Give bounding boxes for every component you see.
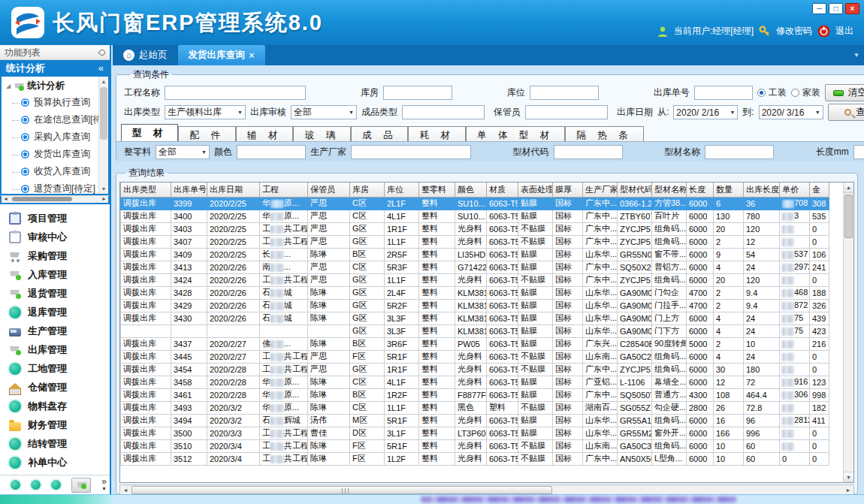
tree-item[interactable]: 预算执行查询 bbox=[2, 94, 108, 111]
logout-link[interactable]: 退出 bbox=[835, 25, 853, 38]
material-tab[interactable]: 单 体 型 材 bbox=[466, 126, 565, 141]
grid-vertical-scrollbar[interactable]: ▲ ▼ bbox=[843, 183, 853, 482]
date-from-picker[interactable]: 2020/ 2/16▼ bbox=[673, 105, 738, 119]
collapse-icon[interactable]: « bbox=[98, 60, 104, 77]
table-row[interactable]: 调拨出库35102020/3/4工共工程陈琳F区5R1F整料光身料6063-T5… bbox=[121, 439, 829, 452]
material-tab[interactable]: 玻 璃 bbox=[293, 126, 350, 141]
scroll-thumb[interactable] bbox=[844, 195, 853, 238]
column-header[interactable]: 出库单号 bbox=[171, 183, 207, 197]
module-item[interactable]: 退库管理 bbox=[0, 303, 110, 321]
column-header[interactable]: 表面处理 bbox=[518, 183, 553, 197]
quick-module-icon[interactable] bbox=[31, 480, 41, 490]
table-row[interactable]: 调拨出库33992020/2/25华原...严思C区2L1F整料SU10...6… bbox=[121, 197, 829, 210]
column-header[interactable]: 颜色 bbox=[455, 183, 487, 197]
tree-root-node[interactable]: ◢ 统计分析 bbox=[2, 77, 108, 94]
whole-part-select[interactable]: 全部▼ bbox=[156, 145, 210, 159]
module-item[interactable]: 生产管理 bbox=[0, 321, 110, 340]
module-item[interactable]: 工地管理 bbox=[0, 359, 110, 378]
column-header[interactable]: 型材名称 bbox=[652, 183, 687, 197]
column-header[interactable]: 保管员 bbox=[308, 183, 350, 197]
column-header[interactable]: 长度 bbox=[687, 183, 714, 197]
profile-name-input[interactable] bbox=[705, 145, 774, 159]
color-input[interactable] bbox=[237, 145, 306, 159]
keeper-input[interactable] bbox=[525, 105, 608, 119]
tree-item[interactable]: 采购入库查询 bbox=[2, 128, 108, 146]
project-name-input[interactable] bbox=[165, 86, 306, 100]
table-row[interactable]: 调拨出库34302020/2/26石城陈琳G区3L3F整料KLM38176063… bbox=[121, 312, 829, 324]
pin-icon[interactable] bbox=[98, 48, 106, 56]
order-no-input[interactable] bbox=[694, 86, 753, 100]
module-item[interactable]: 入库管理 bbox=[0, 265, 110, 284]
column-header[interactable]: 材质 bbox=[487, 183, 518, 197]
profile-code-input[interactable] bbox=[554, 145, 623, 159]
column-header[interactable]: 生产厂家 bbox=[583, 183, 618, 197]
module-item[interactable]: 结转管理 bbox=[0, 434, 110, 453]
table-row[interactable]: G区3L3F整料KLM38176063-T5贴膜国标山东华...GA90M09.… bbox=[121, 324, 829, 337]
table-row[interactable]: 调拨出库34612020/2/28华原...陈琳B区1R2F整料F8877FT6… bbox=[121, 388, 829, 401]
scroll-thumb[interactable] bbox=[131, 486, 552, 494]
factory-input[interactable] bbox=[351, 145, 471, 159]
module-item[interactable]: 财务管理 bbox=[0, 415, 110, 434]
scroll-down-icon[interactable]: ▼ bbox=[844, 472, 853, 482]
material-tab[interactable]: 耗 材 bbox=[408, 126, 465, 141]
tree-expander-icon[interactable]: ◢ bbox=[6, 83, 11, 89]
column-header[interactable]: 库位 bbox=[385, 183, 419, 197]
material-tab[interactable]: 隔 热 条 bbox=[565, 126, 643, 141]
warehouse-input[interactable] bbox=[383, 86, 452, 100]
column-header[interactable]: 库房 bbox=[350, 183, 385, 197]
table-row[interactable]: 调拨出库34282020/2/26石城陈琳G区2L4F整料KLM38176063… bbox=[121, 286, 829, 299]
material-tab[interactable]: 配 件 bbox=[178, 126, 235, 141]
radio-work-install[interactable]: 工装 bbox=[757, 86, 787, 99]
table-row[interactable]: 调拨出库34452020/2/27工共工程严思F区5R1F整料光身料6063-T… bbox=[121, 350, 829, 363]
column-header[interactable]: 膜厚 bbox=[553, 183, 583, 197]
table-row[interactable]: 调拨出库34242020/2/26工共工程严思G区1L1F整料光身料6063-T… bbox=[121, 273, 829, 286]
module-item[interactable]: 采购管理 bbox=[0, 246, 110, 265]
change-password-link[interactable]: 修改密码 bbox=[776, 25, 812, 38]
table-row[interactable]: 调拨出库34542020/2/28工共工程严思G区1R1F整料光身料6063-T… bbox=[121, 363, 829, 376]
table-row[interactable]: 调拨出库34072020/2/25工共工程严思G区1L1F整料光身料6063-T… bbox=[121, 235, 829, 248]
table-row[interactable]: 调拨出库34372020/2/27佛...陈琳B区3R6F整料PW056063-… bbox=[121, 337, 829, 350]
tree-horizontal-scrollbar[interactable]: ◄ ► bbox=[0, 195, 110, 204]
product-type-input[interactable] bbox=[402, 105, 485, 119]
search-button[interactable]: 查 询 bbox=[828, 104, 864, 121]
tree-item[interactable]: 在途信息查询[待 bbox=[2, 111, 108, 128]
column-header[interactable]: 出库类型 bbox=[121, 183, 171, 197]
table-row[interactable]: 调拨出库35002020/3/3工共工程曹佳D区3L1F整料LT3P606063… bbox=[121, 427, 829, 439]
scroll-up-icon[interactable]: ▲ bbox=[844, 183, 853, 193]
column-header[interactable]: 工程 bbox=[260, 183, 308, 197]
section-header[interactable]: 统计分析 « bbox=[0, 60, 110, 77]
tab-close-icon[interactable]: × bbox=[249, 50, 255, 61]
overflow-chevron[interactable]: »▼ bbox=[101, 478, 107, 493]
module-item[interactable]: 退货管理 bbox=[0, 284, 110, 303]
more-modules-button[interactable] bbox=[71, 478, 91, 493]
scroll-thumb[interactable] bbox=[100, 87, 107, 140]
tabbar-dropdown-icon[interactable]: ▼ bbox=[853, 52, 859, 59]
clear-conditions-button[interactable]: 清空条件 bbox=[825, 84, 864, 101]
column-header[interactable]: 数量 bbox=[714, 183, 744, 197]
tree-item[interactable]: 收货入库查询 bbox=[2, 163, 108, 180]
material-tab[interactable]: 型 材 bbox=[121, 124, 178, 141]
column-header[interactable]: 型材代码 bbox=[618, 183, 652, 197]
module-item[interactable]: 项目管理 bbox=[0, 209, 110, 228]
tree-item[interactable]: 发货出库查询 bbox=[2, 146, 108, 163]
scroll-thumb[interactable] bbox=[12, 197, 72, 201]
column-header[interactable]: 整零料 bbox=[419, 183, 455, 197]
material-tab[interactable]: 成 品 bbox=[351, 126, 408, 141]
table-row[interactable]: 调拨出库34932020/3/2华原...陈琳C区1L1F整料黑色塑料不贴膜国标… bbox=[121, 401, 829, 414]
date-to-picker[interactable]: 2020/ 3/16▼ bbox=[759, 105, 823, 119]
module-item[interactable]: 出库管理 bbox=[0, 340, 110, 359]
column-header[interactable]: 出库长度 bbox=[744, 183, 780, 197]
tab-shipment-outbound-query[interactable]: 发货出库查询 × bbox=[178, 45, 265, 65]
quick-module-icon[interactable] bbox=[51, 480, 61, 490]
scroll-down-icon[interactable]: ▼ bbox=[99, 184, 108, 194]
module-item[interactable]: 仓储管理 bbox=[0, 378, 110, 397]
table-row[interactable]: 调拨出库34132020/2/26南...严思C区5R3F整料G71422606… bbox=[121, 261, 829, 273]
module-item[interactable]: 审核中心 bbox=[0, 228, 110, 246]
tab-home[interactable]: ⌂ 起始页 bbox=[113, 45, 178, 65]
length-input[interactable] bbox=[853, 145, 864, 159]
location-input[interactable] bbox=[530, 86, 599, 100]
material-tab[interactable]: 辅 材 bbox=[236, 126, 293, 141]
tree-item[interactable]: 退货查询[待定] bbox=[2, 180, 108, 195]
table-row[interactable]: 调拨出库34002020/2/25华原...严思C区4L1F整料SU10...6… bbox=[121, 210, 829, 222]
module-item[interactable]: 补单中心 bbox=[0, 453, 110, 472]
